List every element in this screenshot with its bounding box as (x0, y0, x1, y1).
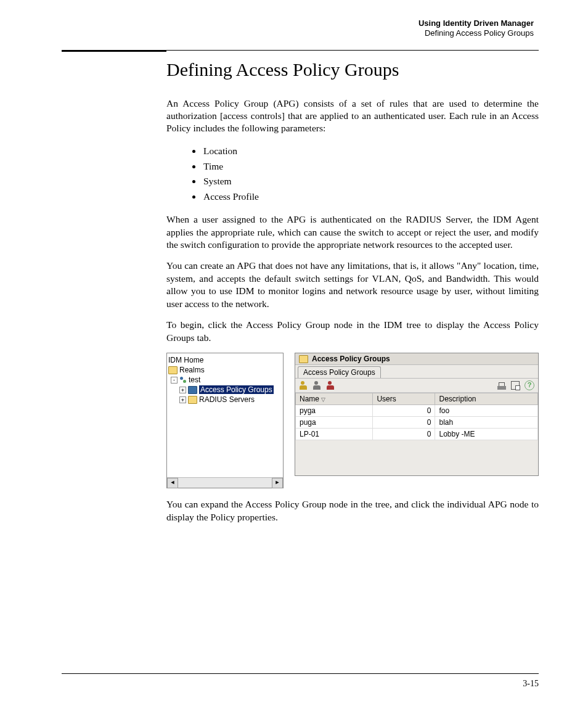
export-icon[interactable] (511, 381, 520, 390)
tree-node-label: Realms (179, 366, 205, 374)
folder-icon (299, 355, 308, 363)
folder-icon (188, 386, 197, 394)
apg-table: Name▽ Users Description pyga 0 foo (295, 393, 538, 440)
print-icon[interactable] (497, 381, 506, 390)
list-item: System (202, 174, 539, 189)
apg-panel-title-text: Access Policy Groups (312, 355, 390, 363)
realm-icon (179, 376, 187, 384)
horizontal-scrollbar[interactable]: ◄ ► (167, 477, 283, 488)
body-paragraph: When a user assigned to the APG is authe… (166, 213, 539, 251)
content-column: Defining Access Policy Groups An Access … (166, 50, 539, 533)
cell-users: 0 (373, 405, 435, 417)
apg-toolbar: ? (295, 379, 538, 393)
table-row[interactable]: pyga 0 foo (296, 405, 538, 417)
cell-description: Lobby -ME (435, 429, 538, 440)
page-number: 3-15 (523, 679, 539, 689)
apg-panel: Access Policy Groups Access Policy Group… (295, 353, 539, 476)
cell-users: 0 (373, 429, 435, 440)
delete-policy-icon[interactable] (326, 381, 335, 390)
body-paragraph: You can expand the Access Policy Group n… (166, 498, 539, 523)
section-rule-heavy (62, 50, 166, 52)
table-header-row: Name▽ Users Description (296, 393, 538, 405)
tree-node-label: IDM Home (168, 356, 203, 364)
column-header-label: Name (300, 395, 319, 403)
screenshot-figure: IDM Home Realms - test + (166, 353, 539, 488)
tree-node-label: RADIUS Servers (199, 395, 255, 404)
add-policy-icon[interactable] (299, 381, 308, 390)
tree-node-test[interactable]: - test (168, 375, 283, 385)
column-header-description[interactable]: Description (435, 393, 538, 405)
table-row[interactable]: LP-01 0 Lobby -ME (296, 429, 538, 440)
cell-name: puga (296, 417, 373, 429)
body-paragraph: You can create an APG that does not have… (166, 260, 539, 310)
sort-indicator-icon: ▽ (321, 396, 325, 403)
cell-name: LP-01 (296, 429, 373, 440)
column-header-users[interactable]: Users (373, 393, 435, 405)
expand-icon[interactable]: + (179, 387, 186, 393)
running-head: Using Identity Driven Manager Defining A… (62, 18, 534, 39)
folder-icon (188, 396, 197, 404)
list-item: Access Profile (202, 189, 539, 205)
intro-paragraph: An Access Policy Group (APG) consists of… (166, 97, 539, 135)
expand-icon[interactable]: + (179, 396, 186, 403)
scroll-right-icon[interactable]: ► (272, 478, 283, 488)
parameter-list: Location Time System Access Profile (166, 144, 539, 205)
tree-node-label: test (189, 376, 200, 384)
cell-description: foo (435, 405, 538, 417)
page-title: Defining Access Policy Groups (166, 59, 539, 80)
cell-description: blah (435, 417, 538, 429)
apg-panel-title: Access Policy Groups (295, 353, 538, 365)
folder-icon (168, 366, 178, 374)
collapse-icon[interactable]: - (171, 377, 178, 384)
list-item: Time (202, 159, 539, 174)
scroll-left-icon[interactable]: ◄ (167, 478, 178, 488)
tree-node-label: Access Policy Groups (199, 385, 274, 394)
cell-users: 0 (373, 417, 435, 429)
running-head-sub: Defining Access Policy Groups (62, 28, 534, 38)
column-header-name[interactable]: Name▽ (296, 393, 373, 405)
help-icon[interactable]: ? (525, 380, 534, 390)
tree-node-apg[interactable]: + Access Policy Groups (168, 385, 283, 395)
running-head-bold: Using Identity Driven Manager (62, 18, 534, 28)
body-paragraph: To begin, click the Access Policy Group … (166, 319, 539, 344)
footer-rule (62, 673, 539, 674)
tab-access-policy-groups[interactable]: Access Policy Groups (298, 366, 381, 378)
idm-tree-panel: IDM Home Realms - test + (166, 353, 284, 488)
cell-name: pyga (296, 405, 373, 417)
list-item: Location (202, 144, 539, 159)
apg-tabstrip: Access Policy Groups (295, 365, 538, 379)
table-row[interactable]: puga 0 blah (296, 417, 538, 429)
tree-node-home[interactable]: IDM Home (168, 355, 283, 365)
tree-node-realms[interactable]: Realms (168, 365, 283, 375)
edit-policy-icon[interactable] (312, 381, 321, 390)
tree-body: IDM Home Realms - test + (167, 353, 283, 477)
tree-node-radius[interactable]: + RADIUS Servers (168, 395, 283, 404)
